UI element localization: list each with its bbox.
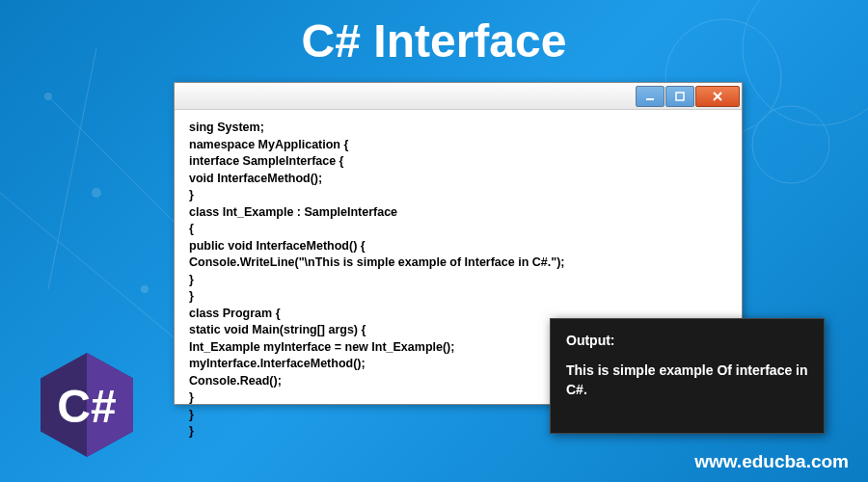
minimize-button[interactable]: [636, 86, 665, 107]
svg-rect-9: [646, 98, 654, 100]
svg-point-7: [752, 106, 829, 183]
maximize-button[interactable]: [665, 86, 694, 107]
output-label: Output:: [566, 333, 808, 348]
minimize-icon: [645, 92, 655, 101]
page-title: C# Interface: [0, 0, 868, 67]
svg-rect-10: [676, 93, 684, 100]
svg-point-3: [44, 93, 52, 100]
window-titlebar: [175, 83, 742, 110]
close-icon: [712, 91, 723, 102]
svg-line-0: [48, 96, 193, 241]
close-button[interactable]: [695, 86, 740, 107]
output-text: This is simple example Of interface in C…: [566, 362, 808, 399]
csharp-logo: C#: [29, 347, 145, 463]
website-url: www.educba.com: [694, 451, 849, 472]
svg-point-5: [141, 285, 149, 293]
svg-text:C#: C#: [57, 381, 116, 432]
svg-line-2: [0, 193, 174, 337]
output-panel: Output: This is simple example Of interf…: [550, 318, 825, 434]
maximize-icon: [675, 92, 685, 101]
svg-point-4: [92, 188, 101, 198]
svg-line-1: [48, 48, 96, 289]
